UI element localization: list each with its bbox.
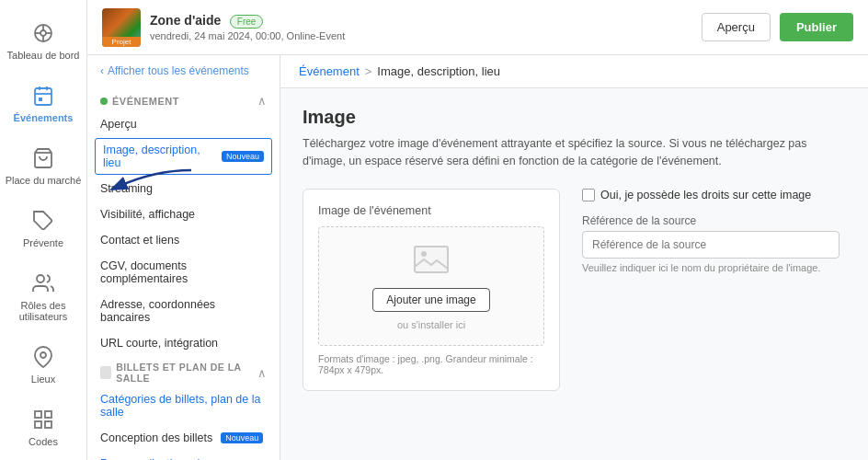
svg-rect-10: [39, 98, 42, 101]
nav-item-visibilite[interactable]: Visibilité, affichage: [87, 201, 280, 227]
event-thumbnail: Projet: [102, 8, 141, 47]
sidebar-item-marche[interactable]: Place du marché: [0, 134, 86, 197]
nav-item-streaming[interactable]: Streaming: [87, 176, 280, 201]
svg-rect-6: [35, 88, 51, 105]
content-area: ‹ Afficher tous les événements ÉVÉNEMENT…: [87, 55, 868, 460]
nav-item-conception[interactable]: Conception des billets Nouveau: [87, 425, 280, 451]
svg-rect-15: [35, 411, 41, 418]
main-content: Événement > Image, description, lieu Ima…: [280, 55, 868, 460]
bag-icon: [30, 145, 56, 171]
breadcrumb: Événement > Image, description, lieu: [280, 55, 868, 88]
left-sidebar: Tableau de bord Événements Place du marc…: [0, 0, 87, 460]
sidebar-label-prevente: Prévente: [23, 237, 63, 248]
nav-item-url[interactable]: URL courte, intégration: [87, 330, 280, 356]
section-dot: [100, 98, 108, 105]
new-badge-image: Nouveau: [222, 151, 264, 162]
collapse-billets-icon[interactable]: ∧: [257, 366, 267, 380]
svg-point-1: [40, 30, 46, 36]
calendar-icon: [30, 83, 56, 109]
breadcrumb-current: Image, description, lieu: [377, 64, 500, 78]
event-info: Zone d'aide Free vendredi, 24 mai 2024, …: [150, 13, 702, 41]
nav-item-image[interactable]: Image, description, lieu Nouveau: [95, 138, 272, 175]
page-title: Image: [303, 107, 846, 128]
side-nav: ‹ Afficher tous les événements ÉVÉNEMENT…: [87, 55, 280, 460]
sidebar-label-roles: Rôles des utilisateurs: [5, 300, 82, 322]
main-area: Projet Zone d'aide Free vendredi, 24 mai…: [87, 0, 868, 460]
format-hint: Formats d'image : jpeg, .png. Grandeur m…: [318, 353, 544, 375]
svg-point-14: [40, 352, 46, 358]
breadcrumb-separator: >: [365, 64, 372, 78]
nav-item-adresse[interactable]: Adresse, coordonnées bancaires: [87, 292, 280, 330]
svg-rect-17: [35, 421, 41, 428]
collapse-icon[interactable]: ∧: [257, 94, 267, 108]
top-actions: Aperçu Publier: [702, 13, 853, 41]
nav-item-personnalisation[interactable]: Personnalisation, champs supplémentaires: [87, 451, 280, 460]
sidebar-item-evenements[interactable]: Événements: [0, 72, 86, 134]
breadcrumb-parent[interactable]: Événement: [299, 64, 360, 78]
nav-item-apercu[interactable]: Aperçu: [87, 111, 280, 137]
sidebar-item-codes[interactable]: Codes: [0, 396, 86, 458]
nav-item-categories[interactable]: Catégories de billets, plan de la salle: [87, 386, 280, 425]
source-input[interactable]: [582, 231, 839, 259]
image-section: Image de l'événement Ajouter une image: [303, 189, 846, 391]
nav-item-cgv[interactable]: CGV, documents complémentaires: [87, 253, 280, 292]
sidebar-label-evenements: Événements: [14, 112, 74, 123]
event-date: vendredi, 24 mai 2024, 00:00, Online-Eve…: [150, 30, 702, 41]
page-description: Téléchargez votre image d'événement attr…: [303, 135, 836, 170]
event-thumb-label: Projet: [102, 37, 141, 47]
sub-section-billets: BILLETS ET PLAN DE LA SALLE: [100, 362, 257, 384]
svg-point-13: [37, 275, 44, 282]
svg-rect-19: [415, 247, 448, 272]
svg-rect-16: [45, 411, 51, 418]
rights-label: Oui, je possède les droits sur cette ima…: [600, 189, 811, 201]
upload-or-text: ou s'installer ici: [397, 319, 465, 330]
sidebar-label-codes: Codes: [29, 436, 58, 447]
section-title-evenement: ÉVÉNEMENT: [100, 96, 179, 107]
rights-checkbox[interactable]: [582, 189, 595, 201]
event-name: Zone d'aide: [150, 13, 221, 28]
source-field-label: Référence de la source: [582, 214, 846, 227]
add-image-button[interactable]: Ajouter une image: [372, 288, 489, 312]
top-bar: Projet Zone d'aide Free vendredi, 24 mai…: [87, 0, 868, 55]
apercu-button[interactable]: Aperçu: [702, 13, 771, 41]
event-status-badge: Free: [230, 15, 264, 29]
image-placeholder-icon: [413, 241, 450, 281]
upload-label: Image de l'événement: [318, 204, 544, 217]
content-body: Image Téléchargez votre image d'événemen…: [280, 88, 868, 409]
chevron-left-icon: ‹: [100, 64, 104, 77]
sidebar-item-lieux[interactable]: Lieux: [0, 333, 86, 396]
upload-area[interactable]: Ajouter une image ou s'installer ici: [318, 226, 544, 346]
sidebar-label-marche: Place du marché: [6, 175, 82, 186]
billets-icon: [100, 366, 111, 379]
new-badge-conception: Nouveau: [221, 432, 263, 443]
nav-item-contact[interactable]: Contact et liens: [87, 227, 280, 253]
sidebar-item-prevente[interactable]: Prévente: [0, 197, 86, 259]
codes-icon: [30, 407, 56, 432]
sidebar-label-lieux: Lieux: [31, 374, 55, 385]
svg-rect-18: [45, 421, 51, 428]
evenement-section: ÉVÉNEMENT ∧: [87, 86, 280, 111]
image-upload-box: Image de l'événement Ajouter une image: [303, 189, 560, 391]
billets-section: BILLETS ET PLAN DE LA SALLE ∧: [87, 356, 280, 386]
svg-point-20: [421, 251, 427, 257]
sidebar-item-tableau[interactable]: Tableau de bord: [0, 9, 86, 72]
sidebar-item-roles[interactable]: Rôles des utilisateurs: [0, 259, 86, 333]
tag-icon: [30, 208, 56, 234]
rights-checkbox-row: Oui, je possède les droits sur cette ima…: [582, 189, 846, 201]
grid-icon: [30, 20, 56, 46]
source-hint: Veuillez indiquer ici le nom du propriét…: [582, 262, 846, 273]
image-fields: Oui, je possède les droits sur cette ima…: [582, 189, 846, 391]
back-to-events[interactable]: ‹ Afficher tous les événements: [87, 55, 280, 86]
users-icon: [30, 270, 56, 296]
location-icon: [30, 344, 56, 370]
sidebar-label-tableau: Tableau de bord: [7, 50, 80, 61]
publier-button[interactable]: Publier: [780, 13, 853, 41]
